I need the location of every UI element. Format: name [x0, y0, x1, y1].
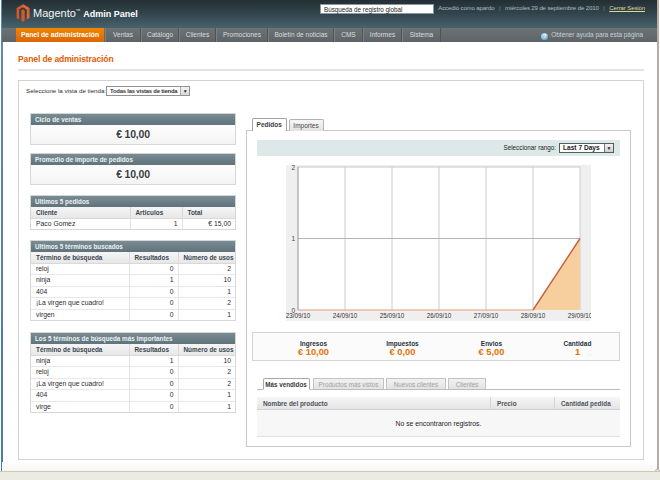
svg-text:27/09/10: 27/09/10	[474, 312, 499, 319]
svg-text:24/09/10: 24/09/10	[333, 312, 358, 319]
svg-text:28/09/10: 28/09/10	[521, 312, 546, 319]
svg-text:1: 1	[291, 235, 295, 242]
svg-text:23/09/10: 23/09/10	[286, 312, 311, 319]
svg-text:26/09/10: 26/09/10	[427, 312, 452, 319]
svg-text:25/09/10: 25/09/10	[380, 312, 405, 319]
svg-text:29/09/10: 29/09/10	[568, 312, 591, 319]
svg-text:2: 2	[291, 165, 295, 171]
